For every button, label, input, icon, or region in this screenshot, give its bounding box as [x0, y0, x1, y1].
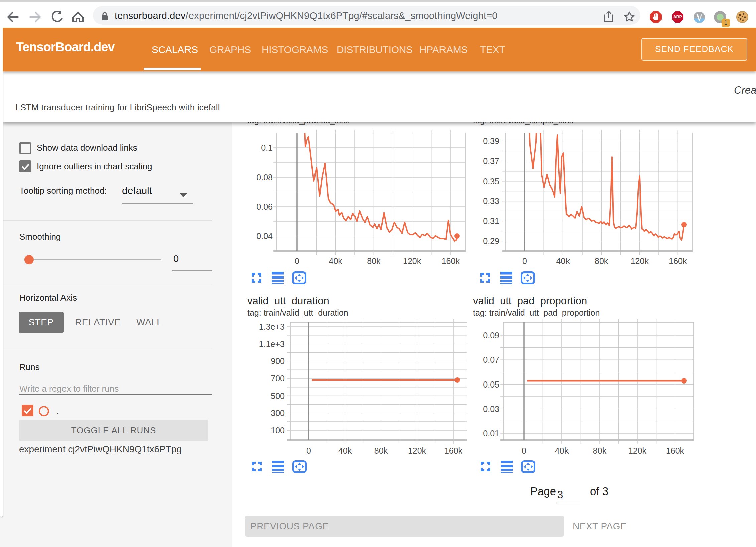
svg-text:0.29: 0.29: [483, 236, 499, 246]
svg-text:0.09: 0.09: [483, 331, 499, 340]
svg-text:0: 0: [306, 446, 311, 455]
svg-text:160k: 160k: [444, 446, 463, 455]
svg-text:0.01: 0.01: [483, 429, 499, 438]
svg-text:40k: 40k: [556, 256, 570, 266]
svg-text:80k: 80k: [374, 446, 388, 455]
svg-text:120k: 120k: [628, 446, 647, 455]
svg-text:0.35: 0.35: [483, 177, 499, 186]
svg-text:tag: train/valid_pruned_loss: tag: train/valid_pruned_loss: [247, 122, 350, 125]
svg-text:0.1: 0.1: [261, 143, 273, 152]
svg-text:of 3: of 3: [590, 485, 608, 498]
svg-text:valid_utt_duration: valid_utt_duration: [247, 295, 329, 307]
svg-text:3: 3: [557, 489, 563, 501]
svg-text:500: 500: [271, 391, 285, 401]
svg-text:1.3e+3: 1.3e+3: [259, 322, 285, 331]
svg-text:0.33: 0.33: [483, 196, 499, 206]
svg-text:100: 100: [271, 426, 285, 435]
svg-text:1.1e+3: 1.1e+3: [259, 339, 285, 349]
svg-text:Page: Page: [530, 485, 556, 498]
svg-text:tag: train/valid_utt_pad_propo: tag: train/valid_utt_pad_proportion: [473, 308, 600, 317]
svg-text:tag: train/valid_simple_loss: tag: train/valid_simple_loss: [473, 122, 573, 125]
svg-text:0.31: 0.31: [483, 216, 499, 226]
svg-text:0: 0: [522, 446, 526, 455]
svg-text:0.05: 0.05: [483, 380, 499, 389]
svg-text:80k: 80k: [367, 256, 381, 266]
svg-text:0.39: 0.39: [483, 136, 499, 146]
svg-text:0.37: 0.37: [483, 156, 499, 166]
svg-text:300: 300: [271, 408, 285, 418]
svg-text:120k: 120k: [631, 256, 649, 266]
svg-text:40k: 40k: [329, 256, 343, 266]
svg-text:80k: 80k: [593, 446, 607, 455]
svg-text:0.06: 0.06: [256, 202, 273, 211]
svg-text:0.04: 0.04: [256, 231, 273, 241]
svg-text:120k: 120k: [403, 256, 421, 266]
svg-text:0: 0: [295, 256, 299, 266]
svg-text:160k: 160k: [666, 446, 684, 455]
svg-text:0: 0: [522, 256, 527, 266]
svg-text:160k: 160k: [669, 256, 687, 266]
svg-text:valid_utt_pad_proportion: valid_utt_pad_proportion: [473, 295, 587, 307]
svg-text:0.03: 0.03: [483, 404, 499, 414]
svg-text:40k: 40k: [338, 446, 352, 455]
svg-text:PREVIOUS PAGE: PREVIOUS PAGE: [250, 521, 329, 531]
svg-text:0.07: 0.07: [483, 355, 499, 364]
svg-text:80k: 80k: [595, 256, 608, 266]
svg-text:tag: train/valid_utt_duration: tag: train/valid_utt_duration: [247, 308, 348, 317]
svg-text:700: 700: [271, 374, 285, 383]
svg-text:120k: 120k: [408, 446, 426, 455]
svg-text:900: 900: [271, 356, 285, 366]
svg-text:NEXT PAGE: NEXT PAGE: [573, 521, 627, 531]
svg-text:160k: 160k: [442, 256, 460, 266]
svg-text:0.08: 0.08: [256, 173, 273, 182]
svg-text:40k: 40k: [555, 446, 569, 455]
